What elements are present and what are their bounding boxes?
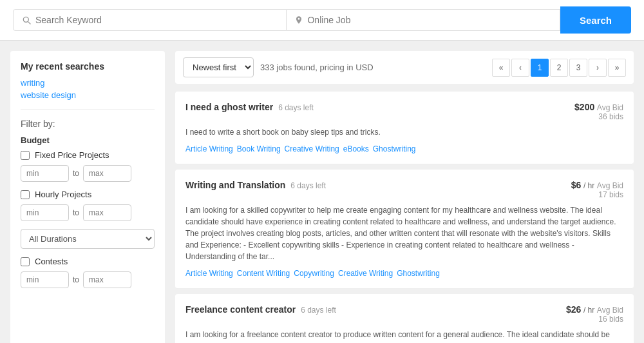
job-header: Writing and Translation 6 days left $6 /… [185, 180, 623, 199]
bid-count: 16 bids [566, 315, 623, 324]
job-time-left: 6 days left [278, 103, 314, 112]
job-description: I am looking for a freelance content cre… [185, 329, 623, 343]
bid-amount: $6 [571, 180, 582, 190]
filter-by-label: Filter by: [21, 119, 155, 129]
search-button[interactable]: Search [560, 6, 631, 34]
contests-min[interactable] [21, 271, 69, 288]
contests-label: Contests [35, 257, 68, 266]
search-location-wrap [287, 9, 560, 31]
contests-range: to [21, 271, 155, 288]
contests-row: Contests [21, 257, 155, 266]
bid-label: Avg Bid [597, 306, 623, 315]
job-bid: $6 / hr Avg Bid 17 bids [571, 180, 623, 199]
location-icon [294, 15, 303, 24]
search-keyword-wrap [13, 9, 287, 31]
job-tag[interactable]: Article Writing [185, 269, 233, 278]
job-tag[interactable]: Book Writing [237, 144, 281, 153]
budget-label: Budget [21, 135, 155, 145]
job-bid: $26 / hr Avg Bid 16 bids [566, 304, 623, 324]
search-bar: Search [0, 0, 644, 41]
results-header: Newest first Oldest first Highest bid Lo… [175, 51, 634, 84]
job-tag[interactable]: Content Writing [237, 269, 290, 278]
page-prev-btn[interactable]: ‹ [511, 59, 529, 77]
job-time-left: 6 days left [301, 306, 336, 315]
page-last-btn[interactable]: » [608, 59, 626, 77]
bid-count: 17 bids [571, 190, 623, 199]
fixed-price-checkbox[interactable] [21, 151, 30, 160]
job-header: Freelance content creator 6 days left $2… [185, 304, 623, 324]
results-area: Newest first Oldest first Highest bid Lo… [175, 51, 634, 343]
sidebar-divider [21, 109, 155, 110]
fixed-price-label: Fixed Price Projects [35, 150, 109, 160]
hourly-checkbox[interactable] [21, 190, 30, 199]
job-header: I need a ghost writer 6 days left $200 A… [185, 102, 623, 121]
fixed-price-range: to [21, 165, 155, 182]
hourly-to-label: to [73, 208, 79, 217]
recent-search-website-design[interactable]: website design [21, 90, 155, 100]
job-title-wrap: Freelance content creator 6 days left [185, 304, 336, 315]
job-title: Writing and Translation [185, 180, 285, 190]
job-title: Freelance content creator [185, 304, 296, 315]
job-title-wrap: Writing and Translation 6 days left [185, 180, 326, 190]
page-1-btn[interactable]: 1 [531, 59, 549, 77]
job-card-0: I need a ghost writer 6 days left $200 A… [175, 92, 634, 164]
results-count: 333 jobs found, pricing in USD [260, 63, 486, 72]
contests-checkbox[interactable] [21, 257, 30, 266]
page-3-btn[interactable]: 3 [569, 59, 587, 77]
page-next-btn[interactable]: › [589, 59, 607, 77]
bid-label: Avg Bid [597, 103, 623, 112]
hourly-max[interactable] [83, 204, 131, 221]
job-tag[interactable]: Creative Writing [285, 144, 339, 153]
location-input[interactable] [307, 15, 551, 25]
fixed-price-min[interactable] [21, 165, 69, 182]
fixed-to-label: to [73, 169, 79, 178]
job-cards-container: I need a ghost writer 6 days left $200 A… [175, 92, 634, 343]
job-description: I need to write a short book on baby sle… [185, 126, 623, 138]
duration-select[interactable]: All Durations Less than 1 week 1-4 weeks… [21, 229, 155, 249]
search-icon [21, 15, 32, 25]
page-2-btn[interactable]: 2 [550, 59, 568, 77]
main-layout: My recent searches writing website desig… [0, 41, 644, 343]
job-card-2: Freelance content creator 6 days left $2… [175, 294, 634, 343]
job-tag[interactable]: Ghostwriting [373, 144, 416, 153]
job-description: I am looking for a skilled copywriter to… [185, 204, 623, 262]
bid-count: 36 bids [574, 112, 623, 121]
sort-select[interactable]: Newest first Oldest first Highest bid Lo… [183, 57, 254, 77]
job-tags: Article WritingBook WritingCreative Writ… [185, 144, 623, 153]
bid-amount: $26 [566, 304, 581, 315]
recent-searches-title: My recent searches [21, 61, 155, 72]
hourly-range: to [21, 204, 155, 221]
page-first-btn[interactable]: « [492, 59, 510, 77]
fixed-price-row: Fixed Price Projects [21, 150, 155, 160]
hourly-label: Hourly Projects [35, 190, 91, 199]
job-bid: $200 Avg Bid 36 bids [574, 102, 623, 121]
job-tag[interactable]: Creative Writing [338, 269, 393, 278]
contests-to-label: to [73, 275, 79, 284]
recent-search-writing[interactable]: writing [21, 78, 155, 88]
job-tag[interactable]: eBooks [343, 144, 369, 153]
job-time-left: 6 days left [290, 181, 326, 190]
hourly-row: Hourly Projects [21, 190, 155, 199]
contests-max[interactable] [83, 271, 131, 288]
sidebar: My recent searches writing website desig… [10, 51, 165, 343]
bid-amount: $200 [574, 102, 594, 112]
job-tags: Article WritingContent WritingCopywritin… [185, 269, 623, 278]
job-tag[interactable]: Copywriting [294, 269, 334, 278]
job-tag[interactable]: Article Writing [185, 144, 233, 153]
job-tag[interactable]: Ghostwriting [397, 269, 440, 278]
hourly-min[interactable] [21, 204, 69, 221]
pagination: « ‹ 1 2 3 › » [492, 59, 626, 77]
job-card-1: Writing and Translation 6 days left $6 /… [175, 170, 634, 289]
bid-label: Avg Bid [597, 181, 623, 190]
fixed-price-max[interactable] [83, 165, 131, 182]
search-keyword-input[interactable] [35, 15, 278, 25]
job-title-wrap: I need a ghost writer 6 days left [185, 102, 314, 112]
job-title: I need a ghost writer [185, 102, 273, 112]
